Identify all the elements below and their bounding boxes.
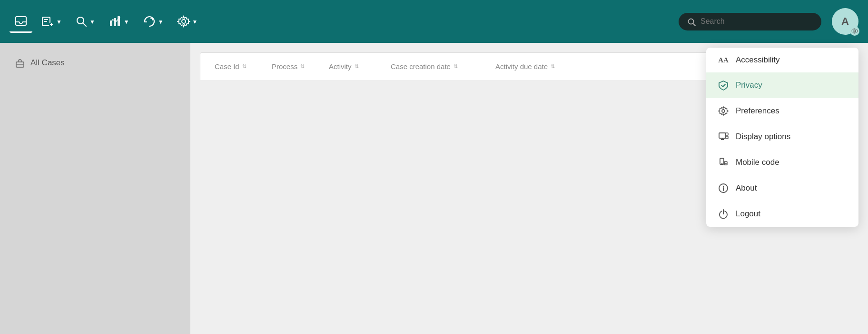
menu-item-logout[interactable]: Logout [706, 201, 858, 227]
col-activity-sort-icon[interactable]: ⇅ [355, 63, 359, 70]
svg-rect-0 [16, 17, 26, 25]
menu-item-mobile-code[interactable]: Mobile code [706, 150, 858, 175]
mobile-icon [718, 157, 729, 168]
col-creation-date: Case creation date ⇅ [381, 62, 486, 71]
sidebar-item-all-cases[interactable]: All Cases [10, 52, 181, 73]
menu-logout-label: Logout [736, 209, 760, 219]
create-chevron-icon: ▼ [56, 19, 62, 25]
info-icon [718, 183, 729, 193]
nav-refresh-button[interactable]: ▼ [138, 11, 168, 32]
menu-mobile-code-label: Mobile code [736, 158, 779, 167]
menu-preferences-label: Preferences [736, 106, 779, 116]
svg-point-16 [854, 30, 856, 32]
briefcase-icon [15, 57, 25, 68]
shield-icon [718, 80, 729, 91]
col-due-date-sort-icon[interactable]: ⇅ [551, 63, 555, 70]
menu-item-preferences[interactable]: Preferences [706, 98, 858, 124]
col-process-sort-icon[interactable]: ⇅ [300, 63, 305, 70]
col-case-id: Case Id ⇅ [215, 62, 262, 71]
svg-point-13 [182, 20, 186, 23]
power-icon [718, 209, 729, 219]
menu-item-privacy[interactable]: Privacy [706, 72, 858, 98]
svg-rect-22 [726, 133, 728, 135]
dropdown-panel: AA Accessibility Privacy Preferences [706, 48, 858, 227]
search-bar [679, 13, 821, 30]
avatar-button[interactable]: A [832, 8, 858, 35]
svg-rect-21 [726, 136, 728, 139]
col-creation-date-sort-icon[interactable]: ⇅ [454, 63, 458, 70]
svg-rect-20 [719, 133, 726, 138]
menu-about-label: About [736, 183, 757, 193]
menu-accessibility-label: Accessibility [736, 55, 780, 65]
col-activity: Activity ⇅ [319, 62, 381, 71]
nav-search-button[interactable]: ▼ [70, 11, 100, 31]
col-due-date-label: Activity due date [495, 62, 548, 71]
col-activity-label: Activity [329, 62, 352, 71]
sidebar-item-label: All Cases [30, 58, 65, 68]
search-chevron-icon: ▼ [89, 19, 95, 25]
svg-point-19 [722, 110, 725, 112]
col-creation-date-label: Case creation date [391, 62, 451, 71]
navbar: ▼ ▼ ▼ ▼ ▼ [0, 0, 868, 43]
settings-chevron-icon: ▼ [192, 19, 198, 25]
col-case-id-sort-icon[interactable]: ⇅ [242, 63, 247, 70]
menu-item-accessibility[interactable]: AA Accessibility [706, 48, 858, 72]
svg-line-15 [693, 23, 695, 26]
col-due-date: Activity due date ⇅ [486, 62, 591, 71]
reports-chevron-icon: ▼ [124, 19, 129, 25]
col-case-id-label: Case Id [215, 62, 239, 71]
search-bar-icon [687, 17, 696, 27]
menu-item-display-options[interactable]: Display options [706, 124, 858, 150]
nav-reports-button[interactable]: ▼ [104, 11, 134, 32]
menu-display-options-label: Display options [736, 132, 790, 142]
menu-item-about[interactable]: About [706, 175, 858, 201]
svg-rect-10 [114, 18, 116, 26]
avatar-gear-icon [850, 26, 859, 36]
col-process: Process ⇅ [262, 62, 319, 71]
accessibility-icon: AA [718, 56, 729, 64]
nav-inbox-button[interactable] [10, 10, 32, 33]
svg-point-32 [723, 186, 724, 187]
display-icon [718, 132, 729, 142]
avatar-letter: A [841, 15, 849, 28]
nav-settings-button[interactable]: ▼ [172, 11, 203, 32]
gear-icon [718, 106, 729, 116]
refresh-chevron-icon: ▼ [158, 19, 164, 25]
menu-privacy-label: Privacy [736, 81, 762, 90]
col-process-label: Process [272, 62, 297, 71]
svg-line-8 [83, 23, 86, 27]
sidebar: All Cases [0, 43, 190, 334]
nav-create-button[interactable]: ▼ [36, 11, 67, 32]
search-input[interactable] [700, 17, 813, 26]
